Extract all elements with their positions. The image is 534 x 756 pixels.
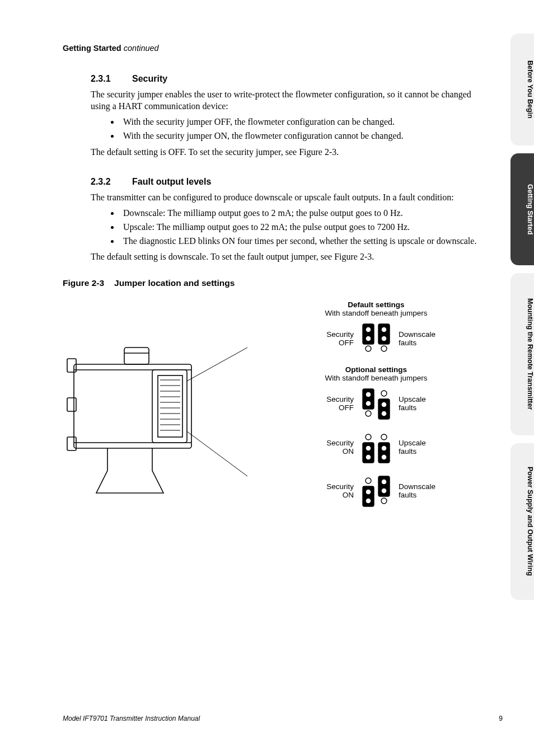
svg-point-29 xyxy=(381,346,387,351)
label-security-on: SecurityON xyxy=(300,439,354,456)
svg-point-42 xyxy=(381,434,387,440)
svg-point-28 xyxy=(381,336,387,341)
running-head: Getting Started continued xyxy=(63,44,481,53)
svg-point-40 xyxy=(366,445,371,451)
heading-num: 2.3.1 xyxy=(91,74,132,84)
para: The security jumper enables the user to … xyxy=(91,88,481,112)
label-security-on: SecurityON xyxy=(300,482,354,500)
bullet-item: Downscale: The milliamp output goes to 2… xyxy=(120,206,481,219)
svg-point-36 xyxy=(381,402,387,407)
jumper-icon xyxy=(359,322,393,355)
label-security-off: SecurityOFF xyxy=(300,330,354,348)
para: The default setting is downscale. To set… xyxy=(91,251,481,262)
jumper-row: SecurityON Upscalefaults xyxy=(281,430,471,464)
svg-point-48 xyxy=(366,489,371,495)
heading-num: 2.3.2 xyxy=(91,177,132,187)
label-downscale: Downscalefaults xyxy=(399,330,452,348)
svg-rect-17 xyxy=(67,437,76,450)
figure-num: Figure 2-3 xyxy=(63,278,104,288)
heading-security: 2.3.1Security xyxy=(91,74,481,84)
svg-point-52 xyxy=(381,488,387,494)
bullet-item: Upscale: The milliamp output goes to 22 … xyxy=(120,220,481,233)
svg-point-23 xyxy=(366,327,371,332)
running-head-bold: Getting Started xyxy=(63,44,121,53)
bullet-list: Downscale: The milliamp output goes to 2… xyxy=(120,206,481,248)
bullet-item: With the security jumper OFF, the flowme… xyxy=(120,115,481,128)
para: The transmitter can be configured to pro… xyxy=(91,191,481,203)
tab-before-you-begin[interactable]: Before You Begin xyxy=(510,34,534,145)
device-illustration xyxy=(63,325,264,512)
svg-point-38 xyxy=(366,434,371,440)
heading-fault-output: 2.3.2Fault output levels xyxy=(91,177,481,187)
svg-point-34 xyxy=(381,391,387,396)
figure-caption: Figure 2-3Jumper location and settings xyxy=(63,278,481,288)
svg-point-31 xyxy=(366,392,371,397)
svg-rect-16 xyxy=(67,398,76,411)
bullet-item: The diagnostic LED blinks ON four times … xyxy=(120,234,481,247)
heading-title: Fault output levels xyxy=(132,177,211,186)
svg-point-41 xyxy=(366,454,371,460)
jumper-row: SecurityOFF Downscalefaults xyxy=(281,322,471,355)
page-footer: Model IFT9701 Transmitter Instruction Ma… xyxy=(63,715,503,722)
svg-point-45 xyxy=(381,454,387,460)
svg-rect-4 xyxy=(158,375,182,437)
svg-point-25 xyxy=(366,346,371,351)
svg-point-51 xyxy=(381,479,387,485)
tab-mounting-remote[interactable]: Mounting the Remote Transmitter xyxy=(510,273,534,435)
svg-point-37 xyxy=(381,411,387,416)
label-upscale: Upscalefaults xyxy=(399,395,452,412)
label-upscale: Upscalefaults xyxy=(399,439,452,456)
default-settings-title: Default settings xyxy=(281,300,471,309)
svg-point-33 xyxy=(366,411,371,416)
default-settings-sub: With standoff beneath jumpers xyxy=(281,309,471,317)
svg-point-53 xyxy=(381,498,387,504)
transmitter-icon xyxy=(63,325,264,510)
svg-point-49 xyxy=(366,498,371,504)
jumper-icon xyxy=(359,430,393,464)
figure-title: Jumper location and settings xyxy=(114,278,235,288)
side-tabs: Before You Begin Getting Started Mountin… xyxy=(510,34,534,600)
heading-title: Security xyxy=(132,74,167,83)
jumper-row: SecurityON Downscalefaults xyxy=(281,474,471,508)
optional-settings-sub: With standoff beneath jumpers xyxy=(281,374,471,382)
label-security-off: SecurityOFF xyxy=(300,395,354,412)
bullet-list: With the security jumper OFF, the flowme… xyxy=(120,115,481,142)
running-head-italic: continued xyxy=(121,44,159,53)
svg-line-21 xyxy=(187,431,247,476)
tab-power-supply[interactable]: Power Supply and Output Wiring xyxy=(510,443,534,600)
svg-point-32 xyxy=(366,401,371,406)
label-downscale: Downscalefaults xyxy=(399,482,452,500)
jumper-icon xyxy=(359,474,393,508)
page-number: 9 xyxy=(499,715,503,722)
jumper-settings: Default settings With standoff beneath j… xyxy=(281,300,471,518)
para: The default setting is OFF. To set the s… xyxy=(91,146,481,158)
svg-rect-18 xyxy=(124,348,149,364)
jumper-row: SecurityOFF Upscalefaults xyxy=(281,387,471,420)
bullet-item: With the security jumper ON, the flowmet… xyxy=(120,129,481,142)
footer-left: Model IFT9701 Transmitter Instruction Ma… xyxy=(63,715,200,722)
svg-point-46 xyxy=(366,478,371,483)
optional-settings-title: Optional settings xyxy=(281,365,471,374)
svg-line-20 xyxy=(187,348,247,381)
svg-point-27 xyxy=(381,327,387,332)
svg-point-44 xyxy=(381,445,387,451)
tab-getting-started[interactable]: Getting Started xyxy=(510,153,534,265)
jumper-icon xyxy=(359,387,393,420)
svg-point-24 xyxy=(366,336,371,341)
figure-area: Default settings With standoff beneath j… xyxy=(63,300,481,564)
